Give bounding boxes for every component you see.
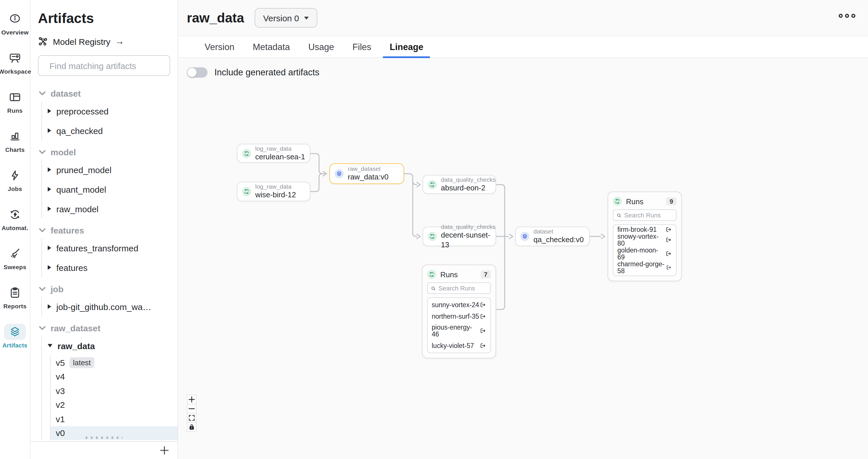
triangle-down-icon	[48, 344, 52, 347]
tab-usage[interactable]: Usage	[299, 36, 343, 58]
run-row[interactable]: charmed-gorge-58	[617, 261, 672, 275]
tab-files[interactable]: Files	[343, 36, 380, 58]
fit-view-button[interactable]	[187, 413, 196, 423]
overflow-menu-button[interactable]	[839, 14, 855, 18]
rail-item-overview[interactable]: Overview	[0, 3, 30, 42]
node-type: data_quality_checks	[441, 223, 496, 231]
version-dropdown[interactable]: Version 0	[254, 8, 317, 28]
zoom-out-button[interactable]	[187, 404, 196, 413]
lineage-node-wise-bird-12[interactable]: log_raw_datawise-bird-12	[237, 182, 310, 201]
model-registry-label: Model Registry	[53, 36, 111, 46]
runs-panel-7[interactable]: Runs 7 sunny-vortex-24 northern-surf-35 …	[422, 265, 496, 358]
clipboard-icon	[4, 284, 26, 300]
artifacts-sidebar: Artifacts Model Registry → dataset prepr…	[30, 0, 178, 459]
open-run-icon[interactable]	[479, 302, 486, 308]
runs-search-input[interactable]	[439, 285, 487, 292]
search-icon	[617, 212, 621, 218]
section-header[interactable]: dataset	[30, 85, 178, 101]
rail-label: Automat.	[2, 224, 28, 231]
run-row[interactable]: lucky-violet-57	[432, 342, 486, 349]
tree-section-raw-dataset: raw_dataset raw_data v5latest v4 v3 v2 v…	[30, 320, 178, 440]
section-header[interactable]: raw_dataset	[30, 320, 178, 336]
rail-item-workspace[interactable]: Workspace	[0, 42, 30, 82]
section-label: raw_dataset	[51, 323, 100, 333]
tree-item[interactable]: features_transformed	[42, 238, 178, 258]
caret-down-icon	[304, 17, 309, 19]
rail-item-jobs[interactable]: Jobs	[0, 160, 30, 199]
section-label: dataset	[51, 88, 81, 98]
run-row[interactable]: pious-energy-46	[432, 324, 486, 338]
open-run-icon[interactable]	[479, 313, 486, 319]
lineage-node-raw-data-v0[interactable]: raw_datasetraw_data:v0	[330, 163, 404, 184]
runs-search	[427, 282, 491, 294]
run-row[interactable]: snowy-vortex-80	[617, 233, 672, 247]
version-label: v2	[56, 400, 65, 410]
version-row-v3[interactable]: v3	[51, 384, 178, 398]
main-content: raw_data Version 0 Version Metadata Usag…	[179, 0, 868, 459]
run-row[interactable]: northern-surf-35	[432, 313, 486, 319]
tab-version[interactable]: Version	[195, 36, 243, 58]
tree-section-model: model pruned_model quant_model raw_model	[30, 144, 178, 219]
run-row[interactable]: firm-brook-91	[617, 226, 672, 233]
rail-item-artifacts[interactable]: Artifacts	[0, 316, 30, 355]
latest-badge: latest	[69, 357, 94, 368]
rail-item-sweeps[interactable]: Sweeps	[0, 238, 30, 277]
open-run-icon[interactable]	[666, 264, 672, 271]
lineage-node-cerulean-sea-1[interactable]: log_raw_datacerulean-sea-1	[237, 144, 310, 163]
tree-item[interactable]: preprocessed	[42, 101, 178, 121]
tab-lineage[interactable]: Lineage	[380, 36, 433, 58]
section-header[interactable]: job	[30, 281, 178, 297]
open-run-icon[interactable]	[665, 236, 672, 243]
tree-item[interactable]: job-git_github.com_wa…	[42, 297, 178, 316]
section-label: features	[51, 225, 84, 235]
tree-item[interactable]: quant_model	[42, 179, 178, 199]
run-name: golden-moon-69	[617, 247, 665, 261]
triangle-right-icon	[48, 304, 51, 309]
include-generated-artifacts-toggle[interactable]	[187, 67, 208, 78]
add-artifact-button[interactable]	[159, 445, 169, 456]
runs-panel-header: Runs 9	[613, 197, 677, 206]
artifact-tree: dataset preprocessed qa_checked model pr…	[30, 76, 178, 440]
tree-item[interactable]: features	[42, 258, 178, 277]
version-row-v1[interactable]: v1	[51, 412, 178, 426]
artifact-layers-icon	[520, 232, 529, 241]
node-type: log_raw_data	[255, 145, 305, 152]
tree-item[interactable]: pruned_model	[42, 160, 178, 179]
model-registry-link[interactable]: Model Registry →	[38, 34, 178, 48]
canvas-controls	[187, 395, 196, 432]
rail-label: Charts	[5, 146, 25, 153]
version-row-v5[interactable]: v5latest	[51, 355, 178, 370]
clipped-tree-row	[86, 436, 122, 439]
search-input[interactable]	[50, 61, 164, 70]
lineage-canvas[interactable]: Include generated artifacts log	[179, 59, 868, 459]
open-run-icon[interactable]	[665, 226, 672, 233]
rail-item-automations[interactable]: Automat.	[0, 199, 30, 238]
tab-metadata[interactable]: Metadata	[243, 36, 299, 58]
runs-panel-9[interactable]: Runs 9 firm-brook-91 snowy-vortex-80 gol…	[608, 192, 682, 281]
runs-search	[613, 209, 677, 221]
lineage-node-decent-sunset-13[interactable]: data_quality_checksdecent-sunset-13	[423, 227, 496, 246]
section-header[interactable]: features	[30, 222, 178, 238]
rail-item-reports[interactable]: Reports	[0, 277, 30, 316]
run-row[interactable]: sunny-vortex-24	[432, 302, 486, 308]
lock-button[interactable]	[187, 422, 196, 432]
tree-item-label: raw_data	[58, 341, 95, 351]
lineage-node-qa-checked-v0[interactable]: datasetqa_checked:v0	[515, 227, 590, 246]
version-row-v2[interactable]: v2	[51, 398, 178, 412]
run-row[interactable]: golden-moon-69	[617, 247, 672, 261]
node-name: decent-sunset-13	[441, 231, 496, 250]
open-run-icon[interactable]	[479, 327, 486, 335]
runs-search-input[interactable]	[624, 212, 673, 219]
tree-item[interactable]: raw_model	[42, 199, 178, 219]
lineage-node-absurd-eon-2[interactable]: data_quality_checksabsurd-eon-2	[423, 175, 496, 194]
open-run-icon[interactable]	[479, 342, 486, 349]
rail-item-charts[interactable]: Charts	[0, 121, 30, 160]
rail-item-runs[interactable]: Runs	[0, 82, 30, 121]
version-row-v4[interactable]: v4	[51, 370, 178, 384]
zoom-in-button[interactable]	[187, 395, 196, 404]
open-run-icon[interactable]	[665, 250, 672, 257]
tree-item[interactable]: qa_checked	[42, 121, 178, 140]
tree-item-raw-data[interactable]: raw_data	[42, 336, 178, 355]
section-header[interactable]: model	[30, 144, 178, 160]
run-name: firm-brook-91	[617, 226, 657, 233]
